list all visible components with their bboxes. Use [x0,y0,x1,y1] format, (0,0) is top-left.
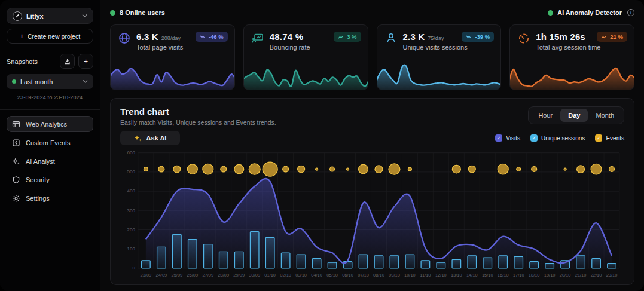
legend-events[interactable]: ✓ Events [595,134,624,142]
stat-cards-row: 6.3 K 208/day Total page visits -46 % [110,24,634,90]
sessions-bar[interactable] [405,255,414,268]
stat-value: 2.3 K [403,32,425,42]
y-axis-tick: 500 [127,169,136,174]
project-selector[interactable]: Litlyx [7,8,93,24]
sessions-bar[interactable] [530,262,539,268]
sessions-bar[interactable] [576,256,585,268]
snapshot-select[interactable]: Last month [7,74,93,89]
snapshot-date-range: 23-09-2024 to 23-10-2024 [7,94,93,100]
sidebar-item-ai-analyst[interactable]: AI Analyst [7,153,93,169]
sessions-bar[interactable] [250,232,259,268]
sessions-bar[interactable] [312,259,321,268]
sessions-bar[interactable] [514,256,523,268]
events-bubble[interactable] [144,167,148,171]
stat-per-day: 208/day [161,35,181,41]
stat-label: Total avg session time [536,44,600,51]
card-bouncing-rate: 48.74 % Bouncing rate 3 % [243,24,368,90]
x-axis-tick: 11/10 [420,272,431,278]
sessions-bar[interactable] [265,237,274,268]
events-bubble[interactable] [564,168,566,170]
x-axis-tick: 07/10 [358,272,369,278]
events-bubble[interactable] [158,166,164,172]
sessions-bar[interactable] [468,256,477,268]
events-bubble[interactable] [591,164,602,174]
ask-ai-label: Ask AI [146,134,167,142]
events-bubble[interactable] [249,164,260,174]
shield-icon [12,176,20,184]
events-bubble[interactable] [173,166,181,173]
ask-ai-button[interactable]: Ask AI [120,131,180,145]
x-axis-tick: 24/09 [156,272,167,278]
legend-visits[interactable]: ✓ Visits [495,134,520,142]
sessions-bar[interactable] [437,262,445,268]
events-bubble[interactable] [347,168,349,170]
info-icon[interactable]: i [627,9,634,16]
sessions-bar[interactable] [499,256,508,268]
events-bubble[interactable] [389,164,400,174]
events-bubble[interactable] [263,162,277,176]
sessions-bar[interactable] [592,259,601,268]
trend-badge: -39 % [462,32,494,42]
create-project-button[interactable]: + Create new project [7,29,93,44]
events-bubble[interactable] [408,167,411,171]
checkbox-checked-icon: ✓ [595,134,602,142]
tab-hour[interactable]: Hour [530,109,560,122]
sidebar-item-web-analytics[interactable]: Web Analytics [7,116,93,132]
tab-day[interactable]: Day [560,109,588,122]
sessions-bar[interactable] [545,264,554,268]
sessions-bar[interactable] [142,261,151,268]
sessions-bar[interactable] [374,256,383,268]
events-bubble[interactable] [316,168,318,170]
events-bubble[interactable] [498,164,508,174]
stat-label: Unique visits sessions [403,44,468,51]
sessions-bar[interactable] [483,258,492,268]
sessions-bar[interactable] [328,262,337,268]
events-bubble[interactable] [298,166,305,173]
sessions-bar[interactable] [608,264,616,268]
x-axis-tick: 30/09 [249,272,260,278]
stat-value: 1h 15m 26s [536,32,585,42]
trend-chart[interactable]: 010020030040050060023/0924/0925/0926/092… [120,148,624,281]
ai-anomaly-detector: AI Anomaly Detector i [548,9,634,16]
events-bubble[interactable] [221,166,227,172]
sessions-bar[interactable] [390,256,399,268]
events-bubble[interactable] [577,166,585,173]
events-bubble[interactable] [359,164,368,173]
sessions-bar[interactable] [234,252,243,268]
sidebar-item-custom-events[interactable]: Custom Events [7,134,93,151]
sessions-bar[interactable] [297,255,306,268]
sessions-bar[interactable] [219,252,228,268]
sessions-bar[interactable] [188,240,197,268]
events-bubble[interactable] [375,166,383,173]
sessions-bar[interactable] [281,253,290,268]
events-bubble[interactable] [330,167,335,171]
sessions-bar[interactable] [157,247,166,268]
app-window: Litlyx + Create new project Snapshots + … [0,0,644,291]
events-bubble[interactable] [452,165,460,173]
sessions-bar[interactable] [452,259,461,268]
events-bubble[interactable] [468,166,475,173]
online-dot [110,10,115,16]
sessions-bar[interactable] [204,244,213,268]
add-snapshot-button[interactable]: + [78,54,93,69]
event-lightning-icon [12,139,20,147]
events-bubble[interactable] [187,164,197,174]
browser-icon [12,120,20,128]
trend-up-icon [338,35,344,39]
sidebar-item-label: Security [26,176,50,183]
events-bubble[interactable] [532,167,537,172]
events-bubble[interactable] [609,167,615,172]
events-bubble[interactable] [234,164,244,173]
sessions-bar[interactable] [421,261,430,268]
sidebar-item-security[interactable]: Security [7,171,93,188]
sessions-bar[interactable] [173,234,182,268]
events-bubble[interactable] [203,164,213,174]
events-bubble[interactable] [283,166,289,172]
y-axis-tick: 100 [127,246,136,252]
sessions-bar[interactable] [359,255,368,268]
tab-month[interactable]: Month [588,109,622,122]
legend-unique-sessions[interactable]: ✓ Unique sessions [530,134,585,142]
events-bubble[interactable] [517,167,521,171]
export-snapshot-button[interactable] [60,54,75,69]
sidebar-item-settings[interactable]: Settings [7,190,93,206]
